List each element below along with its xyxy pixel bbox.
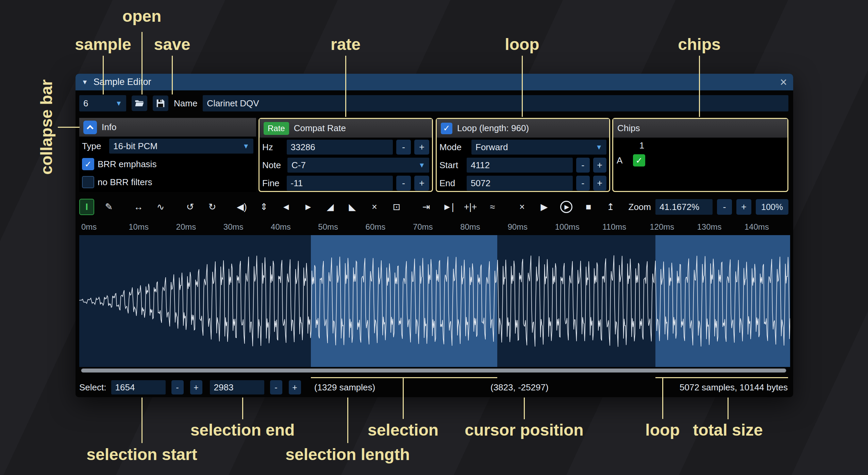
ruler-label: 30ms bbox=[223, 222, 244, 232]
ruler-label: 90ms bbox=[507, 222, 528, 232]
annotation-selection-end-label: selection end bbox=[190, 421, 295, 439]
annotation-cursor-position-label: cursor position bbox=[465, 421, 583, 439]
ruler-label: 130ms bbox=[697, 222, 722, 232]
hz-decrease-button[interactable]: - bbox=[396, 140, 411, 155]
redo-button[interactable]: ↻ bbox=[205, 199, 220, 215]
reverse-icon: ◄ bbox=[282, 202, 291, 212]
fine-input[interactable] bbox=[287, 176, 393, 191]
fade-in-button[interactable]: ◢ bbox=[323, 199, 338, 215]
sample-number-dropdown[interactable]: 6 ▼ bbox=[79, 95, 126, 111]
draw-mode-icon: ✎ bbox=[105, 201, 113, 212]
select-mode-icon: I bbox=[85, 202, 88, 212]
sample-editor-window: ▼ Sample Editor × 6 ▼ bbox=[76, 74, 793, 397]
insert-silence-button[interactable]: +|+ bbox=[463, 199, 478, 215]
zoom-input[interactable] bbox=[655, 199, 713, 215]
slice-icon: ►| bbox=[443, 202, 454, 212]
amplify-button[interactable]: ◀) bbox=[234, 199, 249, 215]
redo-icon: ↻ bbox=[208, 201, 216, 212]
loop-start-input[interactable] bbox=[467, 158, 573, 173]
chip-row: A ✓ bbox=[617, 154, 784, 166]
resample-button[interactable]: ∿ bbox=[153, 199, 168, 215]
selection-end-increase-button[interactable]: + bbox=[289, 380, 301, 394]
zoom-out-button[interactable]: - bbox=[717, 199, 732, 215]
annotation-selection-end-line bbox=[242, 398, 243, 419]
filter-button[interactable]: ≈ bbox=[485, 199, 500, 215]
horizontal-scrollbar[interactable] bbox=[81, 368, 786, 373]
zoom-in-button[interactable]: + bbox=[736, 199, 751, 215]
silence-button[interactable]: × bbox=[367, 199, 382, 215]
fade-out-icon: ◣ bbox=[349, 201, 356, 212]
info-panel-title: Info bbox=[102, 122, 116, 133]
resize-button[interactable]: ↔ bbox=[131, 199, 146, 215]
note-label: Note bbox=[262, 160, 284, 171]
annotation-loop-bottom-label: loop bbox=[645, 421, 680, 439]
select-mode-button[interactable]: I bbox=[79, 199, 94, 215]
selection-length-text: (1329 samples) bbox=[314, 382, 375, 393]
brr-emphasis-label: BRR emphasis bbox=[98, 159, 156, 170]
slice-button[interactable]: ►| bbox=[441, 199, 456, 215]
loop-mode-label: Mode bbox=[439, 142, 468, 153]
selection-end-decrease-button[interactable]: - bbox=[270, 380, 282, 394]
reverse-button[interactable]: ◄ bbox=[279, 199, 294, 215]
chip-row-label: A bbox=[617, 155, 626, 166]
brr-emphasis-checkbox[interactable]: ✓ bbox=[82, 158, 94, 170]
scrollbar-thumb[interactable] bbox=[81, 369, 786, 372]
normalize-button[interactable]: ⇕ bbox=[256, 199, 271, 215]
zoom-reset-button[interactable]: 100% bbox=[756, 199, 788, 215]
collapse-bar-button[interactable] bbox=[83, 121, 97, 134]
insert-silence-icon: +|+ bbox=[464, 202, 477, 212]
annotation-chips-label: chips bbox=[678, 35, 720, 54]
rate-panel-header: Rate Compat Rate bbox=[260, 119, 432, 138]
loop-end-input[interactable] bbox=[467, 176, 573, 191]
chevron-down-icon: ▼ bbox=[243, 142, 249, 150]
insert-icon: ⇥ bbox=[422, 201, 430, 212]
loop-enable-checkbox[interactable]: ✓ bbox=[441, 123, 452, 134]
invert-button[interactable]: ► bbox=[301, 199, 316, 215]
ruler-label: 50ms bbox=[318, 222, 338, 232]
fade-out-button[interactable]: ◣ bbox=[345, 199, 360, 215]
type-label: Type bbox=[82, 141, 106, 152]
selection-start-increase-button[interactable]: + bbox=[190, 380, 202, 394]
hz-increase-button[interactable]: + bbox=[414, 140, 429, 155]
draw-mode-button[interactable]: ✎ bbox=[101, 199, 116, 215]
play-button[interactable]: ▶ bbox=[559, 199, 574, 215]
import-button[interactable]: ↥ bbox=[603, 199, 618, 215]
check-icon: ✓ bbox=[443, 123, 450, 133]
sample-number-value: 6 bbox=[83, 98, 88, 109]
sample-type-dropdown[interactable]: 16-bit PCM ▼ bbox=[109, 139, 253, 154]
loop-mode-value: Forward bbox=[475, 142, 508, 153]
selection-start-decrease-button[interactable]: - bbox=[171, 380, 184, 394]
delete-button[interactable]: × bbox=[515, 199, 530, 215]
stop-button[interactable]: ■ bbox=[581, 199, 596, 215]
ruler-label: 140ms bbox=[745, 222, 769, 232]
annotation-rate-label: rate bbox=[331, 35, 361, 54]
waveform-display[interactable] bbox=[79, 235, 790, 367]
annotation-total-size-line bbox=[728, 398, 729, 419]
loop-start-increase-button[interactable]: + bbox=[593, 158, 607, 173]
titlebar[interactable]: ▼ Sample Editor × bbox=[76, 74, 793, 90]
close-icon[interactable]: × bbox=[780, 76, 787, 88]
loop-start-decrease-button[interactable]: - bbox=[576, 158, 590, 173]
loop-end-increase-button[interactable]: + bbox=[593, 176, 607, 191]
hz-input[interactable] bbox=[287, 140, 393, 155]
window-collapse-icon[interactable]: ▼ bbox=[82, 78, 88, 86]
trim-button[interactable]: ⊡ bbox=[389, 199, 404, 215]
note-dropdown[interactable]: C-7 ▼ bbox=[287, 158, 429, 173]
ruler-label: 10ms bbox=[129, 222, 149, 232]
save-button[interactable] bbox=[153, 95, 168, 111]
ruler-label: 120ms bbox=[650, 222, 674, 232]
no-brr-filters-checkbox[interactable] bbox=[82, 176, 94, 188]
open-button[interactable] bbox=[132, 95, 147, 111]
loop-mode-dropdown[interactable]: Forward ▼ bbox=[471, 140, 606, 155]
selection-end-input[interactable] bbox=[210, 380, 264, 394]
undo-button[interactable]: ↺ bbox=[183, 199, 198, 215]
sample-name-input[interactable] bbox=[203, 95, 788, 111]
undo-icon: ↺ bbox=[186, 201, 194, 212]
loop-end-decrease-button[interactable]: - bbox=[576, 176, 590, 191]
fine-increase-button[interactable]: + bbox=[414, 176, 429, 191]
selection-start-input[interactable] bbox=[111, 380, 166, 394]
fine-decrease-button[interactable]: - bbox=[396, 176, 411, 191]
chip-a-checkbox[interactable]: ✓ bbox=[633, 154, 645, 166]
insert-button[interactable]: ⇥ bbox=[419, 199, 434, 215]
preview-button[interactable]: ▶ bbox=[537, 199, 552, 215]
